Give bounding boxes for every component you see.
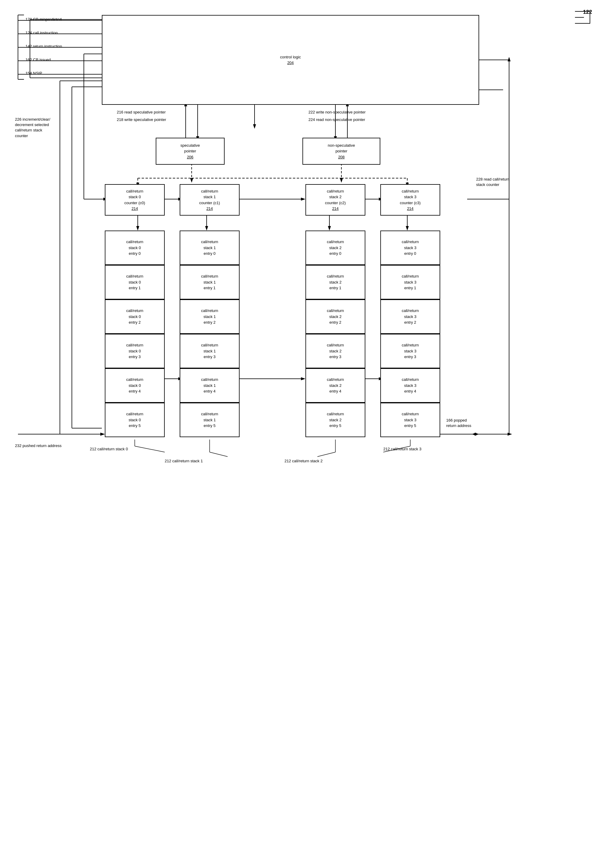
s1e3-label: call/returnstack 1entry 3 bbox=[201, 342, 218, 360]
stack-2-entry-5: call/returnstack 2entry 5 bbox=[306, 403, 365, 437]
svg-marker-70 bbox=[508, 432, 512, 436]
diagram-arrows bbox=[0, 0, 610, 868]
svg-marker-79 bbox=[253, 124, 256, 129]
counter-2-label: call/returnstack 2counter (c2) bbox=[325, 188, 346, 206]
s2e3-label: call/returnstack 2entry 3 bbox=[327, 342, 344, 360]
svg-marker-28 bbox=[340, 178, 343, 183]
s1e5-label: call/returnstack 1entry 5 bbox=[201, 411, 218, 429]
signal-cb-mispredicted: 178 CB mispredicted bbox=[25, 17, 62, 22]
non-speculative-pointer-label: non-speculativepointer bbox=[328, 143, 355, 154]
label-stack3: 212 call/return stack 3 bbox=[383, 446, 421, 452]
signal-nsip: 154 NSIP bbox=[25, 70, 42, 76]
svg-marker-74 bbox=[100, 432, 105, 436]
label-226: 226 increment/clear/decrement selectedca… bbox=[15, 117, 75, 139]
stack-0-entry-5: call/returnstack 0entry 5 bbox=[105, 403, 165, 437]
label-stack2: 212 call/return stack 2 bbox=[284, 458, 323, 464]
s0e1-label: call/returnstack 0entry 1 bbox=[126, 273, 143, 291]
stack-2-entry-2: call/returnstack 2entry 2 bbox=[306, 299, 365, 334]
s0e4-label: call/returnstack 0entry 4 bbox=[126, 377, 143, 394]
non-speculative-pointer-box: non-speculativepointer 208 bbox=[303, 138, 380, 165]
s1e4-label: call/returnstack 1entry 4 bbox=[201, 377, 218, 394]
label-218: 218 write speculative pointer bbox=[117, 117, 166, 123]
label-228: 228 read call/returnstack counter bbox=[476, 177, 536, 188]
s3e2-label: call/returnstack 3entry 2 bbox=[402, 308, 419, 326]
s2e5-label: call/returnstack 2entry 5 bbox=[327, 411, 344, 429]
counter-2-ref: 214 bbox=[332, 206, 339, 212]
s3e5-label: call/returnstack 3entry 5 bbox=[402, 411, 419, 429]
stack-0-entry-0: call/returnstack 0entry 0 bbox=[105, 231, 165, 265]
bottom-arrows bbox=[0, 0, 610, 868]
s3e0-label: call/returnstack 3entry 0 bbox=[402, 239, 419, 257]
counter-0-box: call/returnstack 0counter (c0) 214 bbox=[105, 184, 165, 215]
s1e2-label: call/returnstack 1entry 2 bbox=[201, 308, 218, 326]
stack-3-entry-4: call/returnstack 3entry 4 bbox=[380, 368, 440, 403]
stack-1-entry-1: call/returnstack 1entry 1 bbox=[180, 265, 239, 299]
counter-0-ref: 214 bbox=[132, 206, 138, 212]
label-stack0: 212 call/return stack 0 bbox=[90, 446, 128, 452]
label-stack1: 212 call/return stack 1 bbox=[165, 458, 203, 464]
counter-3-box: call/returnstack 3counter (c3) 214 bbox=[380, 184, 440, 215]
counter-3-label: call/returnstack 3counter (c3) bbox=[400, 188, 421, 206]
s2e1-label: call/returnstack 2entry 1 bbox=[327, 273, 344, 291]
svg-marker-44 bbox=[205, 226, 208, 231]
svg-marker-54 bbox=[301, 198, 306, 201]
svg-line-92 bbox=[317, 452, 335, 457]
stack-2-entry-3: call/returnstack 2entry 3 bbox=[306, 334, 365, 368]
svg-marker-82 bbox=[508, 57, 511, 61]
stack-3-entry-1: call/returnstack 3entry 1 bbox=[380, 265, 440, 299]
stack-0-entry-2: call/returnstack 0entry 2 bbox=[105, 299, 165, 334]
diagram-number: 122 bbox=[583, 9, 592, 15]
signal-cb-issued: 162 CB issued bbox=[25, 57, 51, 63]
control-logic-label: control logic bbox=[280, 54, 301, 60]
counter-3-ref: 214 bbox=[407, 206, 414, 212]
counter-1-box: call/returnstack 1counter (c1) 214 bbox=[180, 184, 239, 215]
counter-1-ref: 214 bbox=[206, 206, 213, 212]
stack-1-entry-2: call/returnstack 1entry 2 bbox=[180, 299, 239, 334]
diagram-container: 122 bbox=[0, 0, 610, 868]
signal-call-instruction: 124 call instruction bbox=[25, 30, 58, 36]
counter-2-box: call/returnstack 2counter (c2) 214 bbox=[306, 184, 365, 215]
svg-marker-48 bbox=[406, 226, 409, 231]
s3e1-label: call/returnstack 3entry 1 bbox=[402, 273, 419, 291]
stack-2-entry-4: call/returnstack 2entry 4 bbox=[306, 368, 365, 403]
stack-1-entry-3: call/returnstack 1entry 3 bbox=[180, 334, 239, 368]
s3e4-label: call/returnstack 3entry 4 bbox=[402, 377, 419, 394]
counter-1-label: call/returnstack 1counter (c1) bbox=[199, 188, 220, 206]
svg-line-90 bbox=[210, 452, 228, 457]
svg-marker-96 bbox=[475, 432, 479, 436]
control-logic-box: control logic 204 bbox=[102, 15, 479, 105]
s0e0-label: call/returnstack 0entry 0 bbox=[126, 239, 143, 257]
s2e4-label: call/returnstack 2entry 4 bbox=[327, 377, 344, 394]
label-222: 222 write non-speculative pointer bbox=[309, 109, 366, 115]
label-224: 224 read non-speculative pointer bbox=[309, 117, 365, 123]
svg-marker-26 bbox=[190, 178, 193, 183]
s2e2-label: call/returnstack 2entry 2 bbox=[327, 308, 344, 326]
stack-0-entry-4: call/returnstack 0entry 4 bbox=[105, 368, 165, 403]
s0e3-label: call/returnstack 0entry 3 bbox=[126, 342, 143, 360]
stack-2-entry-0: call/returnstack 2entry 0 bbox=[306, 231, 365, 265]
s3e3-label: call/returnstack 3entry 3 bbox=[402, 342, 419, 360]
s0e2-label: call/returnstack 0entry 2 bbox=[126, 308, 143, 326]
s0e5-label: call/returnstack 0entry 5 bbox=[126, 411, 143, 429]
svg-marker-63 bbox=[301, 377, 306, 380]
speculative-pointer-ref: 206 bbox=[187, 154, 194, 160]
label-166: 166 poppedreturn address bbox=[446, 418, 506, 428]
label-216: 216 read speculative pointer bbox=[117, 109, 166, 115]
svg-marker-42 bbox=[136, 226, 139, 231]
speculative-pointer-label: speculativepointer bbox=[180, 143, 200, 154]
s1e1-label: call/returnstack 1entry 1 bbox=[201, 273, 218, 291]
control-logic-ref: 204 bbox=[287, 60, 294, 66]
svg-line-88 bbox=[135, 446, 165, 452]
stack-3-entry-5: call/returnstack 3entry 5 bbox=[380, 403, 440, 437]
stack-1-entry-0: call/returnstack 1entry 0 bbox=[180, 231, 239, 265]
stack-3-entry-0: call/returnstack 3entry 0 bbox=[380, 231, 440, 265]
stack-3-entry-3: call/returnstack 3entry 3 bbox=[380, 334, 440, 368]
stack-0-entry-1: call/returnstack 0entry 1 bbox=[105, 265, 165, 299]
counter-0-label: call/returnstack 0counter (c0) bbox=[124, 188, 145, 206]
svg-marker-46 bbox=[328, 226, 331, 231]
label-232: 232 pushed return address bbox=[15, 443, 75, 448]
stack-2-entry-1: call/returnstack 2entry 1 bbox=[306, 265, 365, 299]
svg-marker-68 bbox=[100, 432, 105, 436]
speculative-pointer-box: speculativepointer 206 bbox=[156, 138, 225, 165]
svg-marker-39 bbox=[472, 432, 476, 436]
